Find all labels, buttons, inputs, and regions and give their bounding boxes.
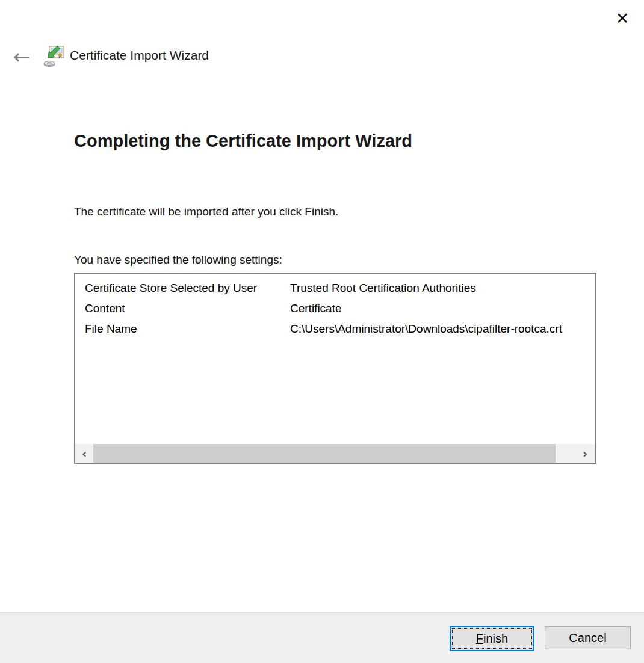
settings-listbox[interactable]: Certificate Store Selected by User Trust…: [74, 273, 596, 464]
settings-caption: You have specified the following setting…: [74, 253, 282, 267]
settings-value: Trusted Root Certification Authorities: [290, 282, 476, 295]
scroll-right-icon[interactable]: ›: [575, 444, 595, 463]
certificate-import-icon: [43, 46, 65, 67]
settings-rows: Certificate Store Selected by User Trust…: [75, 279, 595, 340]
back-button[interactable]: ←: [8, 45, 35, 69]
settings-label: File Name: [85, 322, 137, 336]
intro-text: The certificate will be imported after y…: [74, 205, 338, 218]
wizard-header: ← Certificate Import Wizard: [0, 42, 644, 71]
footer-bar: Finish Cancel: [0, 612, 644, 663]
settings-value: C:\Users\Administrator\Downloads\cipafil…: [290, 322, 562, 336]
wizard-title: Certificate Import Wizard: [70, 48, 209, 63]
scrollbar-track[interactable]: [556, 444, 575, 463]
scrollbar-thumb[interactable]: [93, 444, 556, 463]
finish-button[interactable]: Finish: [450, 626, 534, 651]
settings-row[interactable]: Content Certificate: [75, 299, 595, 319]
settings-value: Certificate: [290, 302, 342, 315]
cancel-button[interactable]: Cancel: [545, 626, 631, 649]
page-title: Completing the Certificate Import Wizard: [74, 131, 412, 151]
settings-row[interactable]: Certificate Store Selected by User Trust…: [75, 279, 595, 299]
settings-label: Content: [85, 302, 125, 315]
horizontal-scrollbar[interactable]: ‹ ›: [75, 444, 595, 463]
settings-row[interactable]: File Name C:\Users\Administrator\Downloa…: [75, 319, 595, 340]
scroll-left-icon[interactable]: ‹: [75, 444, 93, 463]
close-icon[interactable]: ✕: [610, 7, 634, 29]
finish-button-focus-rect: Finish: [452, 628, 532, 649]
settings-label: Certificate Store Selected by User: [85, 282, 257, 295]
